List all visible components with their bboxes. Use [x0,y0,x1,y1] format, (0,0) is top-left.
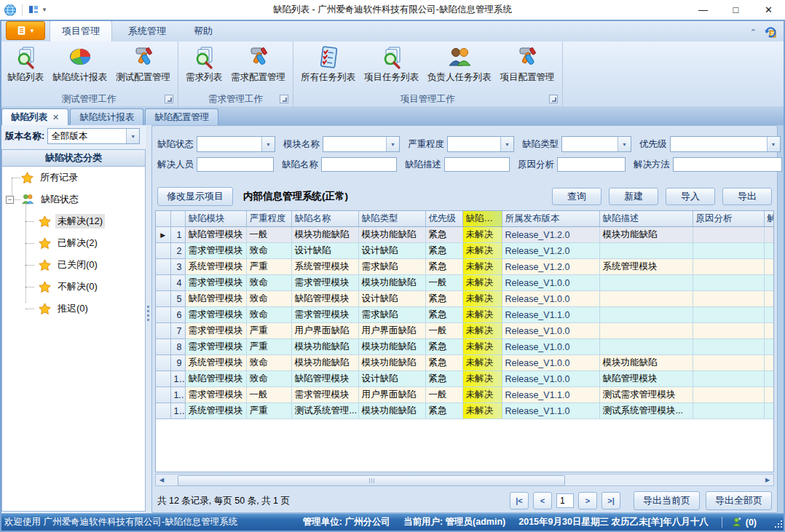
cell-7-9[interactable] [764,339,774,355]
cell-6-2[interactable]: 用户界面缺陷 [291,323,358,339]
cell-9-8[interactable] [693,371,764,387]
column-header-0[interactable]: 缺陷模块 [185,211,246,227]
row-selector-cell[interactable] [156,275,170,291]
cell-5-6[interactable]: Release_V1.1.0 [502,307,599,323]
ribbon-button-2-3[interactable]: 项目配置管理 [496,43,559,92]
cell-5-0[interactable]: 需求管理模块 [185,307,246,323]
ribbon-button-0-2[interactable]: 测试配置管理 [111,43,175,92]
next-page-button[interactable]: > [578,492,597,509]
chevron-down-icon[interactable]: ▼ [618,137,631,151]
cell-1-0[interactable]: 需求管理模块 [185,243,246,259]
row-selector-cell[interactable] [156,323,170,339]
row-number-cell[interactable]: 9 [170,355,185,371]
tree-item-0[interactable]: 所有记录 [2,167,145,188]
table-row[interactable]: 11需求管理模块一般需求管理模块用户界面缺陷一般未解决Release_V1.1.… [156,387,774,403]
row-number-cell[interactable]: 7 [170,323,185,339]
cell-11-7[interactable]: 测试系统管理模块... [599,403,693,419]
table-row[interactable]: 6需求管理模块致命需求管理模块需求缺陷紧急未解决Release_V1.1.0 [156,307,774,323]
table-row[interactable]: 8需求管理模块严重模块功能缺陷模块功能缺陷紧急未解决Release_V1.0.0 [156,339,774,355]
tree-item-2[interactable]: 未解决(12) [2,210,145,232]
cell-7-3[interactable]: 模块功能缺陷 [358,339,425,355]
cell-3-8[interactable] [693,275,764,291]
doc-tab-0[interactable]: 缺陷列表✕ [1,108,68,125]
cell-6-5[interactable]: 未解决 [462,323,502,339]
filter-input-解决人员[interactable] [197,157,274,172]
row-number-cell[interactable]: 6 [170,307,185,323]
cell-6-9[interactable] [764,323,774,339]
filter-combo-缺陷状态[interactable]: ▼ [197,136,275,152]
cell-7-1[interactable]: 严重 [246,339,291,355]
filter-combo-优先级[interactable]: ▼ [670,136,781,152]
cell-6-6[interactable]: Release_V1.0.0 [502,323,599,339]
tree-item-5[interactable]: 不解决(0) [2,276,145,298]
cell-8-8[interactable] [693,355,764,371]
cell-0-1[interactable]: 一般 [246,227,291,243]
ribbon-tab-1[interactable]: 系统管理 [117,21,178,41]
tree-item-4[interactable]: 已关闭(0) [2,254,145,276]
app-globe-icon[interactable] [4,4,17,17]
cell-2-9[interactable] [764,259,774,275]
tree-item-1[interactable]: −缺陷状态 [2,188,145,210]
cell-2-4[interactable]: 紧急 [425,259,462,275]
tree-item-6[interactable]: 推迟(0) [2,298,145,319]
dialog-launcher-icon[interactable] [549,95,558,103]
export-current-page-button[interactable]: 导出当前页 [634,491,700,510]
filter-combo-模块名称[interactable]: ▼ [323,136,400,152]
cell-9-2[interactable]: 缺陷管理模块 [291,371,358,387]
quick-access-icon[interactable] [28,4,39,16]
cell-1-4[interactable]: 紧急 [425,243,462,259]
cell-9-4[interactable]: 紧急 [425,371,462,387]
row-selector-cell[interactable] [156,387,170,403]
filter-input-缺陷名称[interactable] [321,157,397,172]
row-selector-cell[interactable] [156,371,170,387]
table-row[interactable]: 7需求管理模块严重用户界面缺陷用户界面缺陷一般未解决Release_V1.0.0 [156,323,774,339]
cell-2-1[interactable]: 严重 [246,259,291,275]
ribbon-tab-2[interactable]: 帮助 [182,21,224,41]
cell-2-5[interactable]: 未解决 [462,259,502,275]
cell-3-0[interactable]: 需求管理模块 [185,275,246,291]
cell-10-8[interactable] [693,387,764,403]
cell-8-7[interactable]: 模块功能缺陷 [599,355,693,371]
column-header-7[interactable]: 缺陷描述 [599,211,693,227]
cell-7-5[interactable]: 未解决 [462,339,502,355]
cell-1-7[interactable] [599,243,693,259]
cell-9-7[interactable]: 缺陷管理模块 [599,371,693,387]
chevron-down-icon[interactable]: ▼ [126,129,139,143]
cell-9-0[interactable]: 缺陷管理模块 [185,371,246,387]
table-row[interactable]: 4需求管理模块致命需求管理模块模块功能缺陷一般未解决Release_V1.0.0 [156,275,774,291]
column-header-8[interactable]: 原因分析 [693,211,764,227]
cell-10-3[interactable]: 用户界面缺陷 [358,387,425,403]
cell-10-6[interactable]: Release_V1.1.0 [502,387,599,403]
cell-9-3[interactable]: 设计缺陷 [358,371,425,387]
chevron-down-icon[interactable]: ▼ [500,137,513,151]
cell-11-4[interactable]: 紧急 [425,403,462,419]
column-header-9[interactable]: 解决方法 [764,211,774,227]
column-header-5[interactable]: 缺陷状态 [462,211,502,227]
cell-1-1[interactable]: 致命 [246,243,291,259]
row-selector-cell[interactable] [156,291,170,307]
cell-0-5[interactable]: 未解决 [462,227,502,243]
cell-4-1[interactable]: 致命 [246,291,291,307]
collapse-ribbon-icon[interactable]: ⌃ [750,28,757,37]
cell-0-7[interactable]: 模块功能缺陷 [599,227,693,243]
cell-6-7[interactable] [599,323,693,339]
horizontal-scrollbar[interactable]: ◀ ▶ [155,474,774,486]
column-header-1[interactable]: 严重程度 [246,211,291,227]
table-row[interactable]: 5缺陷管理模块致命缺陷管理模块设计缺陷紧急未解决Release_V1.0.0 [156,291,774,307]
dialog-launcher-icon[interactable] [280,95,288,103]
toolbar-button-2[interactable]: 导入 [666,188,715,205]
cell-11-0[interactable]: 系统管理模块 [185,403,246,419]
row-number-cell[interactable]: 5 [170,291,185,307]
cell-11-2[interactable]: 测试系统管理... [291,403,358,419]
first-page-button[interactable]: |< [510,492,529,509]
row-number-cell[interactable]: 11 [170,387,185,403]
row-selector-header[interactable] [156,211,170,227]
filter-combo-缺陷类型[interactable]: ▼ [561,136,631,152]
cell-9-1[interactable]: 致命 [246,371,291,387]
filter-input-解决方法[interactable] [673,157,782,172]
cell-9-9[interactable] [764,371,774,387]
cell-5-7[interactable] [599,307,693,323]
cell-8-4[interactable]: 紧急 [425,355,462,371]
cell-2-6[interactable]: Release_V1.2.0 [502,259,599,275]
cell-6-0[interactable]: 需求管理模块 [185,323,246,339]
